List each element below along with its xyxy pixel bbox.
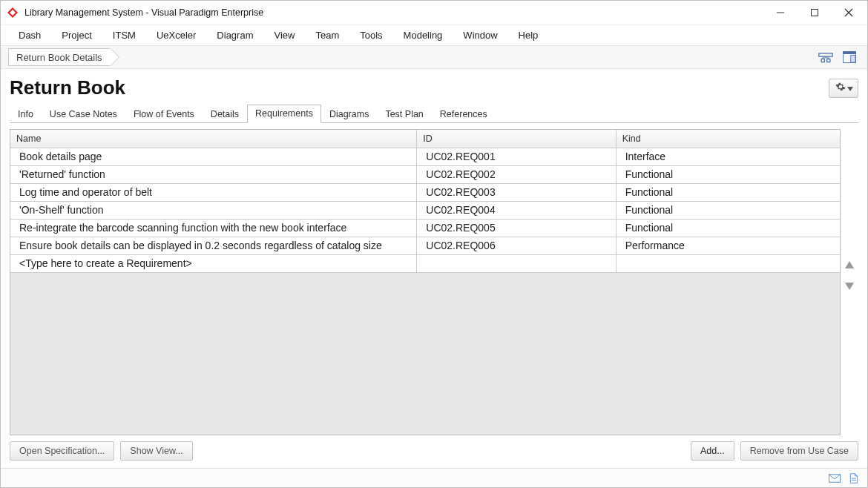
tab-use-case-notes[interactable]: Use Case Notes <box>42 105 125 123</box>
column-header-name[interactable]: Name <box>10 130 417 148</box>
cell-id[interactable]: UC02.REQ005 <box>417 219 616 237</box>
svg-rect-6 <box>819 53 832 56</box>
cell-name[interactable]: Ensure book details can be displayed in … <box>10 237 417 254</box>
column-header-id[interactable]: ID <box>417 130 616 148</box>
cell-id[interactable]: UC02.REQ002 <box>417 165 616 183</box>
menu-project[interactable]: Project <box>51 27 102 44</box>
cell-kind <box>616 254 840 272</box>
table-row[interactable]: 'On-Shelf' functionUC02.REQ004Functional <box>10 201 840 219</box>
svg-rect-3 <box>812 10 818 16</box>
table-empty-area <box>10 273 840 435</box>
add-button[interactable]: Add... <box>691 441 734 461</box>
cell-id[interactable]: UC02.REQ004 <box>417 201 616 219</box>
cell-name[interactable]: 'Returned' function <box>10 165 417 183</box>
table-row[interactable]: Book details pageUC02.REQ001Interface <box>10 148 840 165</box>
diagram-overview-icon[interactable] <box>815 48 836 66</box>
cell-kind[interactable]: Interface <box>616 148 840 165</box>
window-maximize-button[interactable] <box>798 1 832 24</box>
menu-dash[interactable]: Dash <box>8 27 51 44</box>
page-title: Return Book <box>10 76 829 99</box>
cell-name[interactable]: Re-integrate the barcode scanning functi… <box>10 219 417 237</box>
tab-info[interactable]: Info <box>10 105 42 123</box>
svg-marker-16 <box>847 87 853 91</box>
toolbar-row: Return Book Details <box>1 45 867 69</box>
mail-icon[interactable] <box>829 473 841 484</box>
window-close-button[interactable] <box>832 1 866 24</box>
menu-diagram[interactable]: Diagram <box>206 27 263 44</box>
menu-team[interactable]: Team <box>305 27 349 44</box>
menu-modeling[interactable]: Modeling <box>393 27 453 44</box>
tab-references[interactable]: References <box>432 105 496 123</box>
cell-kind[interactable]: Functional <box>616 183 840 201</box>
menu-help[interactable]: Help <box>508 27 549 44</box>
window-minimize-button[interactable] <box>763 1 798 24</box>
dropdown-caret-icon <box>847 82 853 93</box>
cell-kind[interactable]: Functional <box>616 165 840 183</box>
svg-rect-7 <box>821 59 824 62</box>
cell-name[interactable]: Log time and operator of belt <box>10 183 417 201</box>
table-row[interactable]: Ensure book details can be displayed in … <box>10 237 840 254</box>
tab-flow-of-events[interactable]: Flow of Events <box>125 105 203 123</box>
new-requirement-placeholder[interactable]: <Type here to create a Requirement> <box>10 254 417 272</box>
requirements-table: Name ID Kind Book details pageUC02.REQ00… <box>10 130 840 273</box>
column-header-kind[interactable]: Kind <box>616 130 840 148</box>
remove-from-use-case-button[interactable]: Remove from Use Case <box>740 441 858 461</box>
breadcrumb[interactable]: Return Book Details <box>8 48 110 66</box>
cell-name[interactable]: Book details page <box>10 148 417 165</box>
cell-kind[interactable]: Functional <box>616 219 840 237</box>
cell-kind[interactable]: Performance <box>616 237 840 254</box>
tab-requirements[interactable]: Requirements <box>247 105 321 123</box>
svg-marker-17 <box>845 261 854 268</box>
move-up-button[interactable] <box>844 260 855 272</box>
cell-name[interactable]: 'On-Shelf' function <box>10 201 417 219</box>
app-logo-icon <box>7 7 19 19</box>
gear-icon <box>835 82 846 94</box>
status-bar <box>1 468 867 487</box>
open-specification-button[interactable]: Open Specification... <box>10 441 114 461</box>
menu-tools[interactable]: Tools <box>349 27 392 44</box>
new-requirement-input-row[interactable]: <Type here to create a Requirement> <box>10 254 840 272</box>
tab-bar: InfoUse Case NotesFlow of EventsDetailsR… <box>10 104 858 123</box>
menubar: DashProjectITSMUeXcelerDiagramViewTeamTo… <box>1 24 867 45</box>
tab-details[interactable]: Details <box>203 105 247 123</box>
settings-gear-button[interactable] <box>829 79 858 98</box>
tab-test-plan[interactable]: Test Plan <box>377 105 431 123</box>
show-view-button[interactable]: Show View... <box>120 441 192 461</box>
menu-view[interactable]: View <box>263 27 305 44</box>
cell-id <box>417 254 616 272</box>
cell-id[interactable]: UC02.REQ006 <box>417 237 616 254</box>
cell-id[interactable]: UC02.REQ001 <box>417 148 616 165</box>
tab-diagrams[interactable]: Diagrams <box>321 105 378 123</box>
panel-layout-icon[interactable] <box>839 48 860 66</box>
menu-uexceler[interactable]: UeXceler <box>146 27 206 44</box>
menu-window[interactable]: Window <box>453 27 507 44</box>
cell-id[interactable]: UC02.REQ003 <box>417 183 616 201</box>
cell-kind[interactable]: Functional <box>616 201 840 219</box>
menu-itsm[interactable]: ITSM <box>102 27 146 44</box>
svg-rect-15 <box>851 55 855 62</box>
svg-marker-18 <box>845 283 854 290</box>
document-icon[interactable] <box>848 473 860 484</box>
move-down-button[interactable] <box>844 281 855 294</box>
window-titlebar: Library Management System - Visual Parad… <box>1 1 867 24</box>
window-title: Library Management System - Visual Parad… <box>24 7 763 18</box>
table-row[interactable]: Log time and operator of beltUC02.REQ003… <box>10 183 840 201</box>
table-row[interactable]: 'Returned' functionUC02.REQ002Functional <box>10 165 840 183</box>
svg-rect-8 <box>827 59 830 62</box>
table-row[interactable]: Re-integrate the barcode scanning functi… <box>10 219 840 237</box>
svg-rect-14 <box>844 51 856 54</box>
